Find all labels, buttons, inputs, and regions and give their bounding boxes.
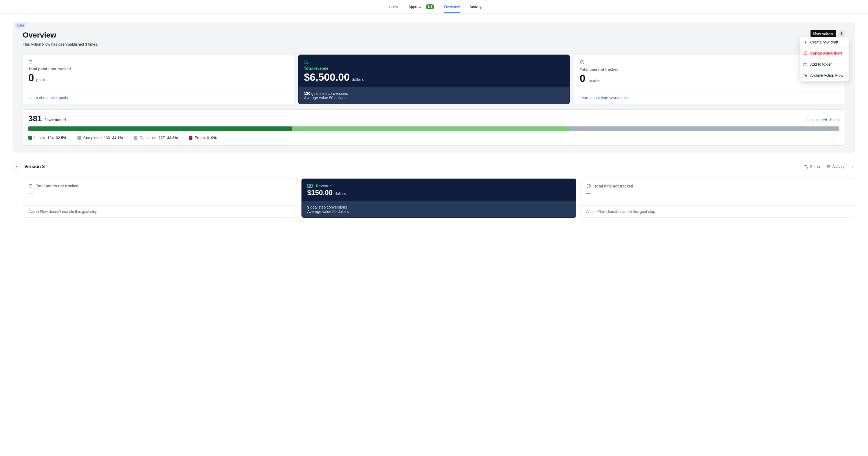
bar-completed: [292, 126, 569, 131]
svg-point-11: [31, 60, 32, 61]
menu-archive[interactable]: Archive Action Flow: [800, 70, 848, 81]
card-points-title: Total points not tracked: [28, 67, 288, 71]
money-icon: [304, 60, 309, 63]
card-revenue-title: Total revenue: [304, 66, 564, 70]
svg-line-6: [804, 52, 806, 54]
version-setup-link[interactable]: Setup: [804, 165, 820, 169]
flows-card: 381 flows started Last started 1h ago In…: [23, 109, 845, 146]
version-time-title: Total time not tracked: [594, 184, 633, 188]
gauge-icon: [580, 60, 585, 64]
bar-cancelled: [569, 126, 839, 131]
version-points-foot: Action Flow doesn't include this goal st…: [28, 209, 97, 214]
svg-point-15: [29, 63, 30, 63]
version-card-revenue: Revenue $150.00 dollars 3 goal step conv…: [302, 178, 576, 218]
svg-point-32: [31, 184, 32, 185]
svg-point-23: [807, 167, 808, 168]
svg-point-14: [31, 62, 32, 62]
svg-point-9: [29, 60, 30, 61]
card-revenue-unit: dollars: [352, 77, 364, 82]
more-options-button[interactable]: [838, 30, 845, 37]
grid-icon: [28, 184, 33, 188]
flows-label: flows started: [44, 118, 66, 122]
version-activity-link[interactable]: Activity: [827, 165, 844, 169]
page-title: Overview: [23, 31, 98, 39]
tab-approval[interactable]: Approval 1/1: [408, 0, 434, 13]
svg-point-35: [31, 186, 32, 187]
version-revenue-title: Revenue: [316, 184, 332, 188]
learn-time-goals-link[interactable]: Learn about time-saved goals: [580, 96, 629, 100]
svg-point-28: [852, 166, 854, 167]
svg-point-33: [29, 186, 30, 187]
gauge-icon: [586, 184, 591, 189]
version-collapse-button[interactable]: [13, 163, 21, 170]
card-revenue: Total revenue $6,500.00 dollars 130 goal…: [298, 55, 569, 104]
legend-cancelled: Cancelled 127 33.3%: [133, 136, 178, 140]
tab-inspect[interactable]: Inspect: [386, 0, 399, 13]
svg-rect-18: [304, 60, 309, 63]
version-section: Version 3 Setup Activity: [13, 163, 855, 218]
approval-badge: 1/1: [426, 4, 435, 9]
svg-point-31: [30, 184, 31, 185]
folder-icon: [803, 62, 808, 66]
svg-point-13: [30, 62, 31, 62]
beta-badge: Beta: [15, 23, 26, 28]
overview-panel: Beta Overview This Action Flow has been …: [13, 22, 855, 153]
svg-point-27: [852, 165, 854, 166]
chevron-up-icon: [15, 165, 18, 168]
svg-point-34: [30, 186, 31, 187]
legend-inflow: In flow 124 32.5%: [28, 136, 67, 140]
version-points-title: Total points not tracked: [36, 184, 79, 188]
version-points-value: —: [28, 190, 33, 196]
version-time-foot: Action Flow doesn't include this goal st…: [586, 209, 655, 214]
svg-point-10: [30, 60, 31, 61]
version-title: Version 3: [24, 164, 45, 169]
publish-count-text: This Action Flow has been published 3 ti…: [23, 42, 98, 47]
svg-rect-7: [804, 74, 807, 75]
version-more-button[interactable]: [851, 164, 855, 169]
tab-activity[interactable]: Activity: [470, 0, 482, 13]
menu-add-folder[interactable]: Add to folder: [800, 59, 848, 70]
card-revenue-value: $6,500.00: [304, 72, 349, 83]
svg-point-30: [29, 184, 30, 185]
svg-point-19: [306, 61, 307, 62]
version-revenue-value: $150.00: [307, 189, 333, 197]
more-vertical-icon: [851, 164, 855, 169]
card-time-unit: minute: [588, 78, 600, 83]
setup-icon: [804, 165, 808, 169]
tab-overview[interactable]: Overview: [444, 0, 460, 13]
svg-point-29: [852, 167, 854, 168]
more-options-tooltip: More options: [810, 30, 836, 37]
legend-errors: Errors 0 0%: [189, 136, 217, 140]
flows-count: 381: [28, 114, 42, 123]
card-points: Total points not tracked 0 point Learn a…: [23, 55, 294, 104]
cancel-icon: [803, 51, 808, 55]
menu-cancel-flows[interactable]: Cancel active flows: [800, 48, 848, 59]
svg-line-21: [582, 61, 583, 62]
svg-point-36: [29, 187, 30, 188]
svg-point-22: [805, 165, 806, 166]
legend-completed: Completed 130 34.1%: [78, 136, 123, 140]
svg-point-40: [309, 185, 311, 187]
version-revenue-unit: dollars: [335, 192, 346, 196]
grid-icon: [28, 60, 33, 64]
overview-menu: Create new draft Cancel active flows Add…: [800, 37, 848, 81]
card-time-value: 0: [580, 73, 585, 84]
flows-last-started: Last started 1h ago: [807, 118, 840, 122]
svg-point-37: [30, 187, 31, 188]
svg-point-17: [31, 63, 32, 63]
svg-line-42: [589, 185, 589, 186]
svg-point-0: [841, 32, 842, 33]
svg-point-2: [841, 34, 842, 35]
svg-point-1: [841, 33, 842, 34]
svg-rect-39: [307, 184, 312, 188]
activity-icon: [827, 165, 831, 169]
learn-point-goals-link[interactable]: Learn about point goals: [28, 96, 68, 100]
svg-point-12: [29, 62, 30, 62]
menu-create-draft[interactable]: Create new draft: [800, 37, 848, 48]
card-points-unit: point: [36, 78, 45, 82]
money-icon: [307, 184, 313, 188]
version-card-points: Total points not tracked — Action Flow d…: [23, 178, 297, 218]
tab-bar: Inspect Approval 1/1 Overview Activity: [0, 0, 868, 13]
svg-point-16: [30, 63, 31, 63]
version-card-time: Total time not tracked — Action Flow doe…: [581, 178, 855, 218]
